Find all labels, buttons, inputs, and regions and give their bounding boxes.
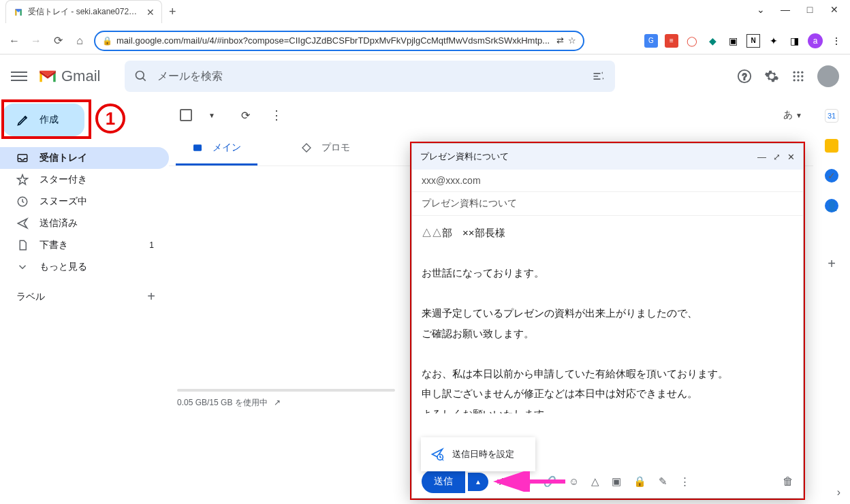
sidepanel-toggle-icon[interactable]: ◨ bbox=[787, 34, 801, 48]
calendar-icon[interactable]: 31 bbox=[825, 109, 838, 123]
schedule-send-menu-item[interactable]: 送信日時を設定 bbox=[421, 437, 535, 471]
compose-to-field[interactable]: xxx@xxx.com bbox=[412, 170, 803, 192]
svg-point-7 bbox=[793, 75, 796, 77]
window-titlebar: 受信トレイ - seki.akane072@gmail ✕ + ⌄ — □ ✕ bbox=[0, 0, 850, 27]
add-label-icon[interactable]: + bbox=[147, 289, 155, 304]
compose-titlebar[interactable]: プレゼン資料について — ⤢ ✕ bbox=[412, 144, 803, 170]
browser-toolbar: ← → ⟳ ⌂ 🔒 mail.google.com/mail/u/4/#inbo… bbox=[0, 27, 850, 54]
tab-close-icon[interactable]: ✕ bbox=[146, 7, 155, 18]
select-all-caret-icon[interactable]: ▼ bbox=[208, 112, 215, 119]
svg-point-9 bbox=[801, 75, 803, 77]
home-button[interactable]: ⌂ bbox=[72, 33, 87, 48]
window-maximize-icon[interactable]: □ bbox=[804, 4, 816, 15]
sidebar-item-drafts[interactable]: 下書き 1 bbox=[0, 234, 169, 256]
send-button[interactable]: 送信 bbox=[422, 470, 465, 493]
tab-promotions[interactable]: プロモ bbox=[285, 132, 366, 166]
more-actions-icon[interactable]: ⋮ bbox=[270, 108, 283, 123]
compose-label: 作成 bbox=[40, 114, 59, 126]
svg-point-12 bbox=[801, 79, 803, 81]
tab-primary[interactable]: メイン bbox=[176, 132, 257, 166]
compose-fullscreen-icon[interactable]: ⤢ bbox=[773, 152, 781, 162]
forward-button[interactable]: → bbox=[29, 33, 44, 48]
sidebar-item-starred[interactable]: スター付き bbox=[0, 169, 169, 191]
send-options-button[interactable]: ▲ bbox=[468, 473, 488, 491]
sidebar: 作成 1 受信トレイ スター付き スヌーズ中 送信済み bbox=[0, 98, 169, 504]
labels-header: ラベル + bbox=[0, 278, 169, 304]
signature-icon[interactable]: ✎ bbox=[659, 475, 667, 488]
compose-minimize-icon[interactable]: — bbox=[757, 152, 766, 162]
window-minimize-icon[interactable]: — bbox=[779, 4, 791, 15]
drive-icon[interactable]: △ bbox=[591, 475, 599, 488]
ext-square-icon[interactable]: ▣ bbox=[726, 34, 740, 48]
svg-point-10 bbox=[793, 79, 796, 81]
discard-draft-icon[interactable]: 🗑 bbox=[783, 475, 793, 488]
image-icon[interactable]: ▣ bbox=[612, 475, 621, 488]
svg-point-0 bbox=[136, 72, 144, 80]
compose-body[interactable]: △△部 ××部長様 お世話になっております。 来週予定しているプレゼンの資料が出… bbox=[412, 216, 803, 413]
compose-button[interactable]: 作成 bbox=[3, 104, 84, 136]
refresh-icon[interactable]: ⟳ bbox=[241, 109, 250, 122]
search-input[interactable]: メールを検索 bbox=[125, 61, 615, 92]
apps-icon[interactable] bbox=[791, 69, 805, 83]
compose-subject-field[interactable]: プレゼン資料について bbox=[412, 192, 803, 216]
compose-more-icon[interactable]: ⋮ bbox=[680, 475, 690, 488]
annotation-arrow-3 bbox=[490, 471, 572, 492]
sidebar-item-sent[interactable]: 送信済み bbox=[0, 212, 169, 234]
star-icon[interactable]: ☆ bbox=[568, 35, 576, 46]
new-tab-button[interactable]: + bbox=[169, 5, 176, 19]
translate-icon[interactable]: ⇄ bbox=[556, 35, 564, 46]
select-all-checkbox[interactable] bbox=[180, 109, 192, 121]
svg-point-11 bbox=[797, 79, 799, 81]
side-panel-expand-icon[interactable]: › bbox=[837, 486, 840, 499]
back-button[interactable]: ← bbox=[7, 33, 22, 48]
sidebar-item-snoozed[interactable]: スヌーズ中 bbox=[0, 191, 169, 212]
list-toolbar: ▼ ⟳ ⋮ あ ▼ bbox=[169, 98, 813, 132]
extensions-icon[interactable]: ✦ bbox=[767, 34, 781, 48]
svg-point-4 bbox=[793, 72, 796, 74]
reload-button[interactable]: ⟳ bbox=[50, 33, 65, 48]
svg-point-6 bbox=[801, 72, 803, 74]
main-menu-icon[interactable] bbox=[11, 68, 27, 84]
chrome-menu-icon[interactable]: ⋮ bbox=[830, 34, 843, 48]
open-storage-icon[interactable]: ↗ bbox=[274, 398, 281, 407]
input-tools-button[interactable]: あ ▼ bbox=[783, 109, 802, 121]
compose-close-icon[interactable]: ✕ bbox=[787, 152, 795, 162]
svg-point-5 bbox=[797, 72, 799, 74]
search-icon bbox=[134, 69, 148, 83]
ext-red-icon[interactable]: ◯ bbox=[685, 34, 699, 48]
gmail-logo[interactable]: Gmail bbox=[38, 67, 100, 85]
support-icon[interactable]: ? bbox=[737, 69, 752, 84]
sidebar-item-more[interactable]: もっと見る bbox=[0, 256, 169, 278]
search-options-icon[interactable] bbox=[592, 69, 605, 83]
tasks-icon[interactable]: ✓ bbox=[825, 169, 838, 183]
keep-icon[interactable] bbox=[825, 139, 838, 153]
tab-title: 受信トレイ - seki.akane072@gmail bbox=[28, 6, 142, 18]
browser-tab[interactable]: 受信トレイ - seki.akane072@gmail ✕ bbox=[5, 0, 162, 23]
svg-rect-15 bbox=[193, 144, 202, 151]
ext-todoist-icon[interactable]: ≡ bbox=[665, 34, 678, 48]
ext-teal-icon[interactable]: ◆ bbox=[706, 34, 719, 48]
lock-icon: 🔒 bbox=[102, 36, 112, 46]
svg-line-1 bbox=[143, 78, 146, 81]
window-close-icon[interactable]: ✕ bbox=[828, 4, 840, 15]
contacts-icon[interactable]: 👤 bbox=[825, 199, 838, 212]
address-bar[interactable]: 🔒 mail.google.com/mail/u/4/#inbox?compos… bbox=[94, 31, 584, 51]
svg-text:?: ? bbox=[742, 72, 747, 82]
gmail-favicon bbox=[13, 7, 24, 18]
gmail-header: Gmail メールを検索 ? bbox=[0, 54, 850, 98]
addons-icon[interactable]: + bbox=[828, 256, 836, 272]
annotation-circle-1: 1 bbox=[95, 104, 125, 133]
settings-icon[interactable] bbox=[764, 69, 779, 84]
gmail-product-name: Gmail bbox=[61, 67, 100, 85]
profile-avatar[interactable]: a bbox=[808, 33, 823, 48]
confidential-icon[interactable]: 🔒 bbox=[633, 475, 646, 488]
sidebar-item-inbox[interactable]: 受信トレイ bbox=[0, 147, 169, 169]
side-panel: 31 ✓ 👤 + bbox=[813, 98, 850, 504]
ext-translate-icon[interactable]: G bbox=[644, 34, 658, 48]
url-text: mail.google.com/mail/u/4/#inbox?compose=… bbox=[116, 35, 552, 46]
search-placeholder: メールを検索 bbox=[157, 69, 223, 84]
ext-notion-icon[interactable]: N bbox=[746, 34, 760, 48]
svg-point-8 bbox=[797, 75, 799, 77]
window-caret-icon[interactable]: ⌄ bbox=[755, 4, 767, 15]
account-avatar[interactable] bbox=[817, 65, 839, 87]
